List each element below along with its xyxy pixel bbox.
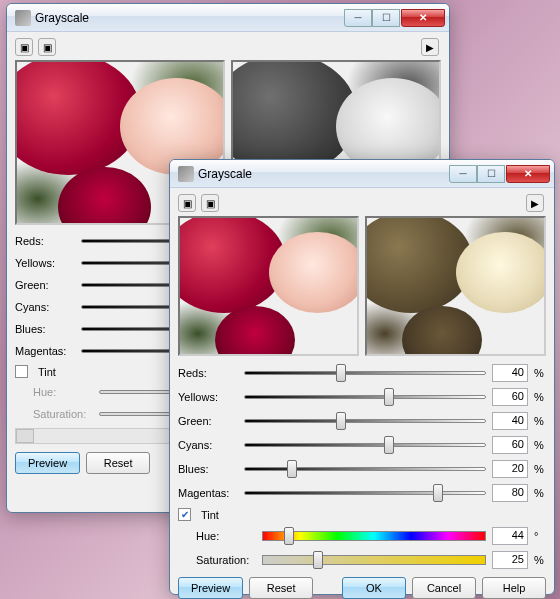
channel-slider[interactable] <box>244 485 486 501</box>
channel-label: Cyans: <box>178 439 238 451</box>
toolbar-btn-minus-icon[interactable]: ▣ <box>15 38 33 56</box>
hue-slider[interactable] <box>262 528 486 544</box>
tint-checkbox[interactable]: ✔ <box>178 508 191 521</box>
channel-value[interactable]: 80 <box>492 484 528 502</box>
window-title: Grayscale <box>198 167 449 181</box>
preview-button[interactable]: Preview <box>178 577 243 599</box>
saturation-slider[interactable] <box>262 552 486 568</box>
window-title: Grayscale <box>35 11 344 25</box>
channel-slider[interactable] <box>244 413 486 429</box>
reds-label: Reds: <box>15 235 75 247</box>
close-button[interactable]: ✕ <box>401 9 445 27</box>
toolbar-btn-play-icon[interactable]: ▶ <box>421 38 439 56</box>
channel-label: Blues: <box>178 463 238 475</box>
channel-value[interactable]: 40 <box>492 412 528 430</box>
maximize-button[interactable]: ☐ <box>372 9 400 27</box>
channel-slider[interactable] <box>244 389 486 405</box>
channel-unit: % <box>534 367 546 379</box>
tint-label: Tint <box>201 509 219 521</box>
hue-label: Hue: <box>33 386 93 398</box>
channel-slider[interactable] <box>244 365 486 381</box>
app-icon <box>15 10 31 26</box>
channel-value[interactable]: 40 <box>492 364 528 382</box>
hue-label: Hue: <box>196 530 256 542</box>
channel-unit: % <box>534 391 546 403</box>
help-button[interactable]: Help <box>482 577 546 599</box>
blues-label: Blues: <box>15 323 75 335</box>
saturation-value[interactable]: 25 <box>492 551 528 569</box>
cancel-button[interactable]: Cancel <box>412 577 476 599</box>
cyans-label: Cyans: <box>15 301 75 313</box>
channel-label: Magentas: <box>178 487 238 499</box>
titlebar[interactable]: Grayscale ─ ☐ ✕ <box>7 4 449 32</box>
toolbar-btn-minus-icon[interactable]: ▣ <box>178 194 196 212</box>
grayscale-dialog-front: Grayscale ─ ☐ ✕ ▣ ▣ ▶ Reds:40%Yellows:60… <box>169 159 555 595</box>
channel-value[interactable]: 60 <box>492 388 528 406</box>
channel-unit: % <box>534 487 546 499</box>
channel-label: Reds: <box>178 367 238 379</box>
channel-slider[interactable] <box>244 437 486 453</box>
yellows-label: Yellows: <box>15 257 75 269</box>
minimize-button[interactable]: ─ <box>344 9 372 27</box>
ok-button[interactable]: OK <box>342 577 406 599</box>
titlebar[interactable]: Grayscale ─ ☐ ✕ <box>170 160 554 188</box>
saturation-unit: % <box>534 554 546 566</box>
green-label: Green: <box>15 279 75 291</box>
reset-button[interactable]: Reset <box>249 577 313 599</box>
reset-button[interactable]: Reset <box>86 452 150 474</box>
saturation-label: Saturation: <box>196 554 256 566</box>
app-icon <box>178 166 194 182</box>
maximize-button[interactable]: ☐ <box>477 165 505 183</box>
tint-label: Tint <box>38 366 56 378</box>
preview-button[interactable]: Preview <box>15 452 80 474</box>
saturation-label: Saturation: <box>33 408 93 420</box>
tint-checkbox[interactable] <box>15 365 28 378</box>
close-button[interactable]: ✕ <box>506 165 550 183</box>
toolbar-btn-plus-icon[interactable]: ▣ <box>38 38 56 56</box>
preview-result <box>365 216 546 356</box>
channel-value[interactable]: 20 <box>492 460 528 478</box>
channel-slider[interactable] <box>244 461 486 477</box>
channel-label: Green: <box>178 415 238 427</box>
channel-unit: % <box>534 415 546 427</box>
channel-unit: % <box>534 439 546 451</box>
minimize-button[interactable]: ─ <box>449 165 477 183</box>
hue-unit: ° <box>534 530 546 542</box>
toolbar-btn-plus-icon[interactable]: ▣ <box>201 194 219 212</box>
channel-label: Yellows: <box>178 391 238 403</box>
preview-original <box>178 216 359 356</box>
channel-value[interactable]: 60 <box>492 436 528 454</box>
hue-value[interactable]: 44 <box>492 527 528 545</box>
channel-unit: % <box>534 463 546 475</box>
toolbar-btn-play-icon[interactable]: ▶ <box>526 194 544 212</box>
magentas-label: Magentas: <box>15 345 75 357</box>
